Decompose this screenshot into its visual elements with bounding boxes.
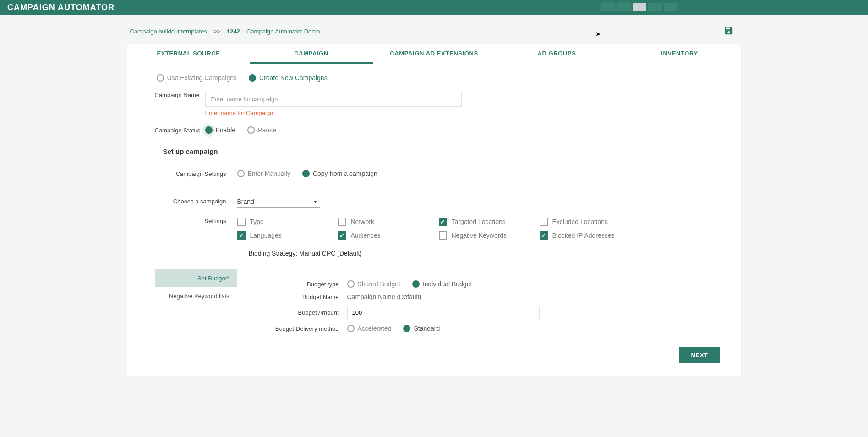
checkbox-label: Negative Keywords: [452, 232, 507, 239]
topbar-blurred-region: [601, 3, 677, 11]
top-bar: CAMPAIGN AUTOMATOR: [0, 0, 868, 15]
breadcrumb-name: Campaign Automator Demo: [246, 28, 320, 35]
radio-individual-budget[interactable]: Individual Budget: [412, 280, 472, 288]
label-settings: Settings: [155, 218, 237, 224]
checkbox-blocked-ip[interactable]: ✓ Blocked IP Addresses: [540, 231, 640, 240]
checkbox-label: Excluded Locations: [552, 218, 608, 225]
radio-icon: [347, 325, 355, 332]
save-icon[interactable]: [724, 26, 734, 36]
radio-create-new-campaigns[interactable]: Create New Campaigns: [249, 74, 328, 82]
campaign-name-input[interactable]: [205, 92, 462, 107]
dropdown-value: Brand: [237, 198, 254, 205]
label-budget-delivery-method: Budget Delivery method: [237, 325, 347, 332]
checkbox-icon: ✓: [338, 231, 346, 240]
breadcrumb-root-link[interactable]: Campaign buildout templates: [130, 28, 207, 35]
radio-icon: [237, 170, 245, 177]
radio-label: Create New Campaigns: [259, 74, 328, 82]
app-title: CAMPAIGN AUTOMATOR: [7, 3, 115, 12]
breadcrumb: Campaign buildout templates >> 1242 Camp…: [127, 26, 741, 44]
radio-use-existing-campaigns[interactable]: Use Existing Campaigns: [157, 74, 237, 82]
radio-label: Copy from a campaign: [313, 170, 377, 177]
checkbox-excluded-locations[interactable]: Excluded Locations: [540, 218, 640, 226]
side-tab-set-budget[interactable]: Set Budget*: [155, 269, 237, 287]
dropdown-choose-campaign[interactable]: Brand ▼: [237, 195, 320, 208]
radio-shared-budget[interactable]: Shared Budget: [347, 280, 400, 288]
tab-ad-groups[interactable]: AD GROUPS: [496, 44, 618, 64]
radio-label: Pause: [258, 126, 276, 134]
checkbox-label: Network: [351, 218, 374, 225]
radio-icon: [249, 74, 256, 82]
radio-icon: [205, 126, 213, 134]
budget-side-tabs: Set Budget* Negative Keyword lists: [155, 269, 237, 335]
radio-label: Standard: [414, 325, 440, 332]
breadcrumb-sep: >>: [213, 28, 220, 35]
tab-campaign-ad-extensions[interactable]: CAMPAIGN AD EXTENSIONS: [373, 44, 496, 64]
radio-delivery-standard[interactable]: Standard: [403, 325, 440, 332]
side-tab-negative-keyword-lists[interactable]: Negative Keyword lists: [155, 287, 237, 305]
tab-inventory[interactable]: INVENTORY: [618, 44, 741, 64]
checkbox-icon: ✓: [237, 231, 246, 240]
label-budget-amount: Budget Amount: [237, 309, 347, 316]
radio-status-pause[interactable]: Pause: [247, 126, 276, 134]
chevron-down-icon: ▼: [313, 199, 318, 204]
radio-icon: [347, 280, 355, 288]
radio-label: Shared Budget: [358, 280, 400, 288]
radio-status-enable[interactable]: Enable: [205, 126, 236, 134]
radio-label: Use Existing Campaigns: [167, 74, 237, 82]
label-campaign-status: Campaign Status: [155, 127, 205, 134]
radio-label: Accelerated: [358, 325, 392, 332]
radio-icon: [157, 74, 164, 82]
checkbox-icon: [540, 218, 548, 226]
radio-delivery-accelerated[interactable]: Accelerated: [347, 325, 392, 332]
breadcrumb-id: 1242: [227, 28, 240, 35]
checkbox-icon: ✓: [439, 218, 447, 226]
budget-name-value: Campaign Name (Default): [347, 293, 422, 300]
heading-set-up-campaign: Set up campaign: [163, 147, 714, 155]
checkbox-audiences[interactable]: ✓ Audiences: [338, 231, 439, 240]
checkbox-targeted-locations[interactable]: ✓ Targeted Locations: [439, 218, 540, 226]
checkbox-icon: [439, 231, 447, 240]
budget-amount-input[interactable]: [347, 306, 540, 319]
checkbox-icon: ✓: [540, 231, 548, 240]
checkbox-type[interactable]: Type: [237, 218, 338, 226]
checkbox-label: Audiences: [351, 232, 381, 239]
radio-label: Enter Manually: [248, 170, 290, 177]
tab-campaign[interactable]: CAMPAIGN: [250, 44, 373, 64]
label-budget-name: Budget Name: [237, 294, 347, 300]
checkbox-negative-keywords[interactable]: Negative Keywords: [439, 231, 540, 240]
next-button[interactable]: NEXT: [679, 347, 720, 363]
checkbox-label: Languages: [250, 232, 282, 239]
label-campaign-name: Campaign Name: [155, 92, 205, 98]
checkbox-icon: [338, 218, 346, 226]
checkbox-label: Blocked IP Addresses: [552, 232, 615, 239]
label-campaign-settings: Campaign Settings: [155, 170, 237, 177]
radio-icon: [247, 126, 255, 134]
radio-icon: [302, 170, 310, 177]
tab-external-source[interactable]: EXTERNAL SOURCE: [127, 44, 250, 64]
campaign-name-error: Enter name for Campaign: [205, 109, 462, 116]
bidding-strategy-text: Bidding Strategy: Manual CPC (Default): [155, 240, 714, 269]
label-budget-type: Budget type: [237, 281, 347, 288]
radio-copy-from-campaign[interactable]: Copy from a campaign: [302, 170, 377, 177]
tabs: EXTERNAL SOURCE CAMPAIGN CAMPAIGN AD EXT…: [127, 44, 741, 64]
radio-icon: [403, 325, 410, 332]
label-choose-campaign: Choose a campaign: [155, 198, 237, 205]
checkbox-icon: [237, 218, 246, 226]
checkbox-languages[interactable]: ✓ Languages: [237, 231, 338, 240]
checkbox-label: Targeted Locations: [452, 218, 506, 225]
radio-enter-manually[interactable]: Enter Manually: [237, 170, 290, 177]
checkbox-network[interactable]: Network: [338, 218, 439, 226]
radio-label: Enable: [216, 126, 236, 134]
checkbox-label: Type: [250, 218, 264, 225]
radio-label: Individual Budget: [423, 280, 472, 288]
radio-icon: [412, 280, 420, 288]
main-card: EXTERNAL SOURCE CAMPAIGN CAMPAIGN AD EXT…: [127, 44, 741, 376]
